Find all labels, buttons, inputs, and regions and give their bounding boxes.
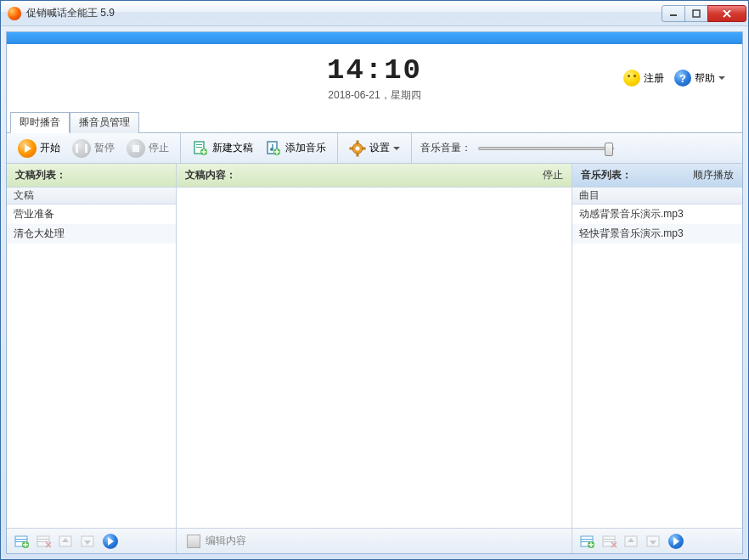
script-list-footer (7, 528, 176, 553)
add-row-icon (580, 535, 595, 548)
music-list-title: 音乐列表： (581, 168, 632, 182)
tab-announcer-manage[interactable]: 播音员管理 (70, 112, 139, 133)
window-title: 促销喊话全能王 5.9 (26, 6, 662, 20)
help-button[interactable]: ? 帮助 (674, 70, 725, 87)
new-doc-label: 新建文稿 (212, 141, 253, 155)
music-list-panel: 音乐列表： 顺序播放 曲目 动感背景音乐演示.mp3 轻快背景音乐演示.mp3 (572, 164, 742, 553)
script-list-panel: 文稿列表： 文稿 营业准备 清仓大处理 (7, 164, 177, 553)
maximize-button[interactable] (684, 5, 708, 22)
list-item[interactable]: 动感背景音乐演示.mp3 (572, 204, 742, 224)
close-icon (722, 8, 732, 19)
svg-point-10 (356, 146, 360, 150)
stop-label: 停止 (149, 141, 169, 155)
content-title: 文稿内容： (185, 168, 236, 182)
pause-button[interactable]: 暂停 (66, 137, 121, 160)
music-move-up-button[interactable] (622, 532, 642, 551)
svg-rect-11 (357, 141, 358, 143)
move-down-icon (81, 535, 96, 548)
maximize-icon (692, 9, 701, 18)
content-header: 文稿内容： 停止 (177, 164, 572, 188)
play-mode[interactable]: 顺序播放 (693, 168, 734, 182)
header: 14:10 2018-06-21，星期四 注册 ? 帮助 (7, 44, 742, 112)
script-list-subheader: 文稿 (7, 188, 176, 204)
chevron-down-icon (393, 147, 400, 150)
content-panel: 文稿内容： 停止 编辑内容 (177, 164, 572, 553)
svg-rect-12 (357, 154, 358, 156)
remove-music-item-button[interactable] (600, 532, 620, 551)
music-list-body: 动感背景音乐演示.mp3 轻快背景音乐演示.mp3 (572, 204, 742, 528)
add-music-label: 添加音乐 (285, 141, 326, 155)
svg-rect-14 (363, 148, 365, 149)
content-body (177, 188, 572, 528)
move-up-button[interactable] (56, 532, 76, 551)
list-item[interactable]: 清仓大处理 (7, 224, 176, 244)
edit-icon (187, 535, 200, 548)
svg-rect-0 (670, 14, 677, 16)
client-area: 14:10 2018-06-21，星期四 注册 ? 帮助 即时播音 播音员管理 (6, 31, 743, 554)
volume-group: 音乐音量： (412, 133, 742, 163)
remove-item-button[interactable] (34, 532, 54, 551)
minimize-button[interactable] (662, 5, 685, 22)
volume-slider[interactable] (478, 147, 614, 150)
script-list-header: 文稿列表： (7, 164, 176, 188)
stop-icon (127, 139, 145, 158)
settings-group: 设置 (338, 133, 412, 163)
register-button[interactable]: 注册 (623, 70, 664, 87)
play-music-button[interactable] (666, 532, 686, 551)
new-doc-button[interactable]: 新建文稿 (186, 137, 259, 160)
edit-content-button[interactable]: 编辑内容 (187, 534, 246, 548)
settings-label: 设置 (369, 141, 390, 155)
settings-button[interactable]: 设置 (343, 137, 406, 160)
add-music-item-button[interactable] (577, 532, 598, 551)
tab-bar: 即时播音 播音员管理 (7, 112, 742, 133)
clock-date: 2018-06-21，星期四 (327, 88, 422, 103)
play-small-icon (103, 534, 118, 549)
play-icon (18, 139, 37, 158)
music-list-subheader: 曲目 (572, 188, 742, 204)
move-up-icon (624, 535, 639, 548)
list-item[interactable]: 营业准备 (7, 204, 176, 224)
decorative-strip (7, 32, 742, 44)
music-list-footer (572, 528, 742, 553)
start-button[interactable]: 开始 (12, 137, 66, 160)
close-button[interactable] (707, 5, 746, 22)
pause-icon (72, 139, 91, 158)
svg-rect-30 (603, 541, 615, 542)
toolbar: 开始 暂停 停止 新建文稿 (7, 133, 742, 164)
new-doc-icon (192, 140, 209, 157)
chevron-down-icon (718, 76, 725, 80)
remove-row-icon (37, 535, 52, 548)
tab-instant-broadcast[interactable]: 即时播音 (10, 112, 70, 133)
content-footer: 编辑内容 (177, 528, 572, 553)
header-actions: 注册 ? 帮助 (623, 70, 742, 87)
main-content: 文稿列表： 文稿 营业准备 清仓大处理 (7, 164, 742, 553)
music-move-down-button[interactable] (644, 532, 664, 551)
add-music-button[interactable]: 添加音乐 (259, 137, 332, 160)
add-item-button[interactable] (12, 532, 32, 551)
list-item[interactable]: 轻快背景音乐演示.mp3 (572, 224, 742, 244)
play-item-button[interactable] (100, 532, 121, 551)
script-list-body: 营业准备 清仓大处理 (7, 204, 176, 528)
music-list-header: 音乐列表： 顺序播放 (572, 164, 742, 188)
svg-rect-13 (350, 148, 352, 149)
add-row-icon (14, 535, 30, 548)
script-list-title: 文稿列表： (15, 168, 66, 182)
clock-time: 14:10 (327, 54, 422, 87)
move-up-icon (59, 535, 74, 548)
move-down-button[interactable] (78, 532, 99, 551)
stop-button[interactable]: 停止 (121, 137, 175, 160)
help-label: 帮助 (695, 71, 715, 86)
slider-thumb[interactable] (605, 143, 613, 156)
move-down-icon (646, 535, 662, 548)
clock-block: 14:10 2018-06-21，星期四 (327, 54, 422, 103)
window-controls (662, 5, 746, 22)
edit-content-label: 编辑内容 (206, 534, 246, 548)
svg-point-7 (270, 148, 273, 151)
content-status: 停止 (543, 168, 563, 182)
svg-rect-25 (581, 539, 593, 540)
gear-icon (349, 140, 366, 157)
remove-row-icon (602, 535, 617, 548)
smiley-icon (623, 70, 640, 87)
svg-rect-29 (603, 539, 615, 540)
svg-rect-16 (15, 539, 27, 540)
